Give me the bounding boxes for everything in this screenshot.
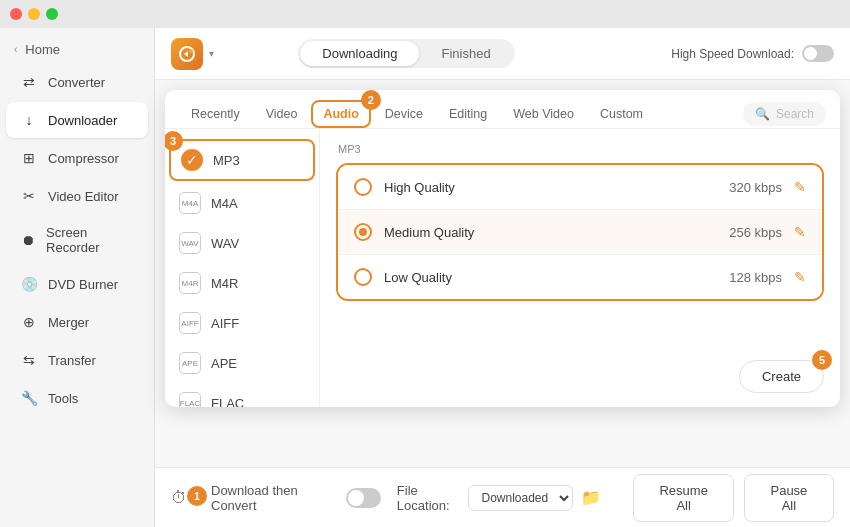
merger-label: Merger [48, 315, 89, 330]
format-dropdown: Recently Video Audio 2 Device Editing We… [165, 90, 840, 407]
folder-icon[interactable]: 📁 [581, 488, 601, 507]
high-speed-label: High Speed Download: [671, 47, 794, 61]
back-chevron-icon: ‹ [14, 44, 17, 55]
wav-label: WAV [211, 236, 239, 251]
sidebar-item-tools[interactable]: 🔧 Tools [6, 380, 148, 416]
format-item-m4r[interactable]: M4R M4R [165, 263, 319, 303]
tools-icon: 🔧 [20, 389, 38, 407]
mp3-label: MP3 [213, 153, 240, 168]
ape-icon: APE [179, 352, 201, 374]
download-convert-toggle[interactable] [346, 488, 381, 508]
close-button[interactable] [10, 8, 22, 20]
aiff-label: AIFF [211, 316, 239, 331]
pause-all-button[interactable]: Pause All [744, 474, 834, 522]
create-button[interactable]: Create [739, 360, 824, 393]
app-logo [171, 38, 203, 70]
tab-finished[interactable]: Finished [419, 41, 512, 66]
download-convert-section: ⏱ 1 Download then Convert [171, 483, 381, 513]
titlebar [0, 0, 850, 28]
file-location-section: File Location: Downloaded 📁 [397, 483, 602, 513]
quality-high[interactable]: High Quality 320 kbps ✎ [338, 165, 822, 210]
search-box: 🔍 Search [743, 102, 826, 126]
create-button-wrapper: 5 Create [739, 360, 824, 393]
transfer-label: Transfer [48, 353, 96, 368]
sidebar-item-video-editor[interactable]: ✂ Video Editor [6, 178, 148, 214]
tab-custom[interactable]: Custom [588, 100, 655, 128]
sidebar-item-transfer[interactable]: ⇆ Transfer [6, 342, 148, 378]
tab-downloading[interactable]: Downloading [300, 41, 419, 66]
quality-medium-radio [354, 223, 372, 241]
downloader-label: Downloader [48, 113, 117, 128]
converter-label: Converter [48, 75, 105, 90]
sidebar-home[interactable]: ‹ Home [0, 36, 154, 63]
high-speed-section: High Speed Download: [671, 45, 834, 62]
format-item-m4a[interactable]: M4A M4A [165, 183, 319, 223]
format-item-ape[interactable]: APE APE [165, 343, 319, 383]
tab-device[interactable]: Device [373, 100, 435, 128]
quality-medium-label: Medium Quality [384, 225, 729, 240]
flac-icon: FLAC [179, 392, 201, 407]
format-tabs: Recently Video Audio 2 Device Editing We… [165, 90, 840, 129]
create-area: 5 Create [739, 360, 824, 393]
sidebar-item-downloader[interactable]: ↓ Downloader [6, 102, 148, 138]
quality-low-edit-icon[interactable]: ✎ [794, 269, 806, 285]
app-layout: ‹ Home ⇄ Converter ↓ Downloader ⊞ Compre… [0, 28, 850, 527]
quality-format-label: MP3 [336, 143, 824, 155]
tab-editing[interactable]: Editing [437, 100, 499, 128]
sidebar-item-screen-recorder[interactable]: ⏺ Screen Recorder [6, 216, 148, 264]
video-editor-label: Video Editor [48, 189, 119, 204]
quality-medium-edit-icon[interactable]: ✎ [794, 224, 806, 240]
resume-all-button[interactable]: Resume All [633, 474, 733, 522]
flac-label: FLAC [211, 396, 244, 408]
quality-low[interactable]: Low Quality 128 kbps ✎ [338, 255, 822, 299]
svg-point-1 [189, 49, 193, 53]
main-content: Recently Video Audio 2 Device Editing We… [155, 80, 850, 467]
m4a-label: M4A [211, 196, 238, 211]
screen-recorder-label: Screen Recorder [46, 225, 134, 255]
badge-2: 2 [361, 90, 381, 110]
format-item-mp3[interactable]: ✓ MP3 [169, 139, 315, 181]
m4a-icon: M4A [179, 192, 201, 214]
downloader-icon: ↓ [20, 111, 38, 129]
format-item-aiff[interactable]: AIFF AIFF [165, 303, 319, 343]
format-item-flac[interactable]: FLAC FLAC [165, 383, 319, 407]
tab-recently[interactable]: Recently [179, 100, 252, 128]
quality-medium-bitrate: 256 kbps [729, 225, 782, 240]
topbar: ▾ Downloading Finished High Speed Downlo… [155, 28, 850, 80]
logo-chevron-icon: ▾ [209, 48, 214, 59]
minimize-button[interactable] [28, 8, 40, 20]
search-icon: 🔍 [755, 107, 770, 121]
quality-high-edit-icon[interactable]: ✎ [794, 179, 806, 195]
compressor-label: Compressor [48, 151, 119, 166]
badge-1: 1 [187, 486, 207, 506]
home-label: Home [25, 42, 60, 57]
sidebar-item-dvd-burner[interactable]: 💿 DVD Burner [6, 266, 148, 302]
file-location-select[interactable]: Downloaded [468, 485, 573, 511]
tab-group: Downloading Finished [298, 39, 514, 68]
tab-web-video[interactable]: Web Video [501, 100, 586, 128]
high-speed-toggle[interactable] [802, 45, 834, 62]
dvd-burner-icon: 💿 [20, 275, 38, 293]
quality-high-radio [354, 178, 372, 196]
tab-video[interactable]: Video [254, 100, 310, 128]
quality-low-radio [354, 268, 372, 286]
sidebar-item-compressor[interactable]: ⊞ Compressor [6, 140, 148, 176]
quality-high-label: High Quality [384, 180, 729, 195]
dvd-burner-label: DVD Burner [48, 277, 118, 292]
file-location-label: File Location: [397, 483, 461, 513]
download-convert-label: Download then Convert [211, 483, 336, 513]
sidebar-item-converter[interactable]: ⇄ Converter [6, 64, 148, 100]
bottom-bar: ⏱ 1 Download then Convert File Location:… [155, 467, 850, 527]
quality-options: High Quality 320 kbps ✎ Medium Quality 2… [336, 163, 824, 301]
maximize-button[interactable] [46, 8, 58, 20]
ape-label: APE [211, 356, 237, 371]
quality-medium[interactable]: Medium Quality 256 kbps ✎ [338, 210, 822, 255]
aiff-icon: AIFF [179, 312, 201, 334]
content-area: ▾ Downloading Finished High Speed Downlo… [155, 28, 850, 527]
m4r-icon: M4R [179, 272, 201, 294]
badge-5: 5 [812, 350, 832, 370]
sidebar-item-merger[interactable]: ⊕ Merger [6, 304, 148, 340]
m4r-label: M4R [211, 276, 238, 291]
merger-icon: ⊕ [20, 313, 38, 331]
format-item-wav[interactable]: WAV WAV [165, 223, 319, 263]
